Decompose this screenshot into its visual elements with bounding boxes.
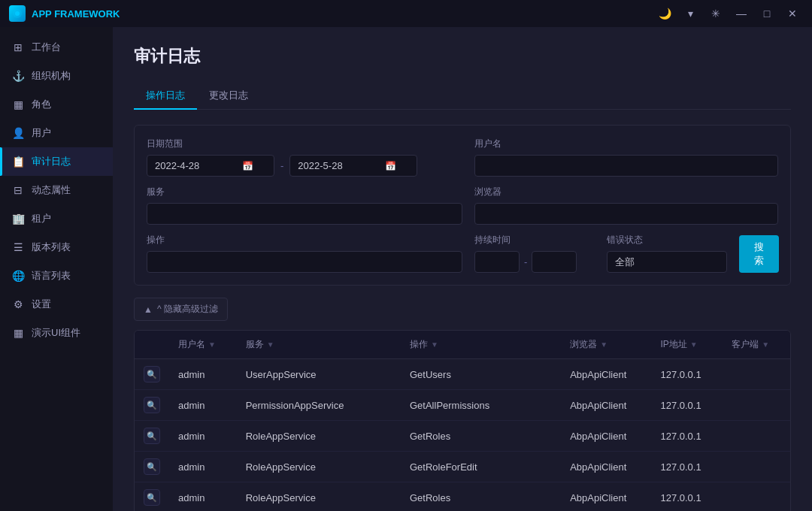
org-icon: ⚓: [12, 70, 24, 82]
row-ip: 127.0.0.1: [651, 359, 723, 390]
row-browser: AbpApiClient: [561, 390, 651, 421]
service-filter-icon[interactable]: ▼: [267, 340, 274, 349]
browser-filter-icon[interactable]: ▼: [600, 340, 607, 349]
filter-area: 日期范围 📅 - 📅 用户名: [134, 125, 791, 286]
advanced-toggle-label: ^ 隐藏高级过滤: [157, 303, 218, 316]
maximize-icon[interactable]: □: [756, 3, 777, 24]
row-ip: 127.0.0.1: [651, 421, 723, 452]
error-status-group: 错误状态 全部 成功 失败: [607, 234, 727, 273]
main-layout: ⊞ 工作台 ⚓ 组织机构 ▦ 角色 👤 用户 📋 审计日志 ⊟ 动态属性 🏢 租…: [0, 27, 812, 511]
advanced-toggle-icon: ▲: [144, 304, 153, 315]
sidebar-item-settings[interactable]: ⚙ 设置: [0, 290, 113, 319]
username-input[interactable]: [474, 155, 778, 177]
versions-icon: ☰: [12, 241, 24, 253]
sidebar-item-label: 版本列表: [32, 240, 71, 254]
row-client: [723, 421, 790, 452]
service-input[interactable]: [147, 203, 462, 225]
error-status-label: 错误状态: [607, 234, 727, 246]
sidebar-item-roles[interactable]: ▦ 角色: [0, 90, 113, 119]
row-search-cell: 🔍: [135, 482, 169, 512]
sidebar: ⊞ 工作台 ⚓ 组织机构 ▦ 角色 👤 用户 📋 审计日志 ⊟ 动态属性 🏢 租…: [0, 27, 113, 511]
row-username: admin: [169, 452, 237, 482]
theme-icon[interactable]: 🌙: [654, 3, 675, 24]
duration-to-input[interactable]: [532, 251, 577, 273]
calendar-end-icon: 📅: [385, 161, 396, 171]
settings-sidebar-icon: ⚙: [12, 298, 24, 310]
sidebar-item-tenant[interactable]: 🏢 租户: [0, 204, 113, 233]
duration-label: 持续时间: [474, 234, 595, 246]
close-icon[interactable]: ✕: [782, 3, 803, 24]
titlebar: APP FRAMEWORK 🌙 ▾ ✳ — □ ✕: [0, 0, 812, 27]
row-search-cell: 🔍: [135, 359, 169, 390]
th-client-label: 客户端: [732, 338, 759, 351]
date-end-input[interactable]: 📅: [289, 155, 417, 177]
dynamic-icon: ⊟: [12, 184, 24, 196]
app-logo: [9, 5, 26, 22]
th-service: 服务 ▼: [237, 331, 401, 359]
sidebar-item-workbench[interactable]: ⊞ 工作台: [0, 33, 113, 62]
expand-icon[interactable]: ▾: [680, 3, 701, 24]
row-username: admin: [169, 482, 237, 512]
action-input[interactable]: [147, 251, 462, 273]
sidebar-item-org[interactable]: ⚓ 组织机构: [0, 62, 113, 90]
date-end-field[interactable]: [298, 160, 380, 171]
tabs: 操作日志 更改日志: [134, 83, 791, 110]
date-separator: -: [280, 160, 283, 171]
sidebar-item-languages[interactable]: 🌐 语言列表: [0, 262, 113, 290]
row-service: RoleAppService: [237, 421, 401, 452]
ip-filter-icon[interactable]: ▼: [690, 340, 698, 349]
th-ip-label: IP地址: [660, 338, 686, 351]
client-filter-icon[interactable]: ▼: [762, 340, 769, 349]
row-action: GetRoleForEdit: [401, 452, 561, 482]
row-ip: 127.0.0.1: [651, 452, 723, 482]
table-row: 🔍 admin RoleAppService GetRoleForEdit Ab…: [135, 452, 790, 482]
sidebar-item-ui-demo[interactable]: ▦ 演示UI组件: [0, 319, 113, 347]
service-group: 服务: [147, 186, 462, 225]
row-client: [723, 452, 790, 482]
tab-operation[interactable]: 操作日志: [134, 83, 197, 110]
service-label: 服务: [147, 186, 462, 198]
duration-from-input[interactable]: [474, 251, 520, 273]
row-client: [723, 482, 790, 512]
username-label: 用户名: [474, 138, 778, 150]
row-search-icon[interactable]: 🔍: [144, 366, 160, 382]
row-search-cell: 🔍: [135, 421, 169, 452]
row-search-icon[interactable]: 🔍: [144, 458, 160, 475]
th-client: 客户端 ▼: [723, 331, 790, 359]
row-action: GetUsers: [401, 359, 561, 390]
row-search-icon[interactable]: 🔍: [144, 428, 160, 444]
page-title: 审计日志: [134, 45, 791, 68]
calendar-start-icon: 📅: [242, 161, 253, 171]
sidebar-item-label: 设置: [32, 298, 51, 311]
error-status-select[interactable]: 全部 成功 失败: [607, 251, 727, 273]
sidebar-item-audit[interactable]: 📋 审计日志: [0, 147, 113, 176]
date-start-field[interactable]: [155, 160, 238, 171]
advanced-filter-toggle[interactable]: ▲ ^ 隐藏高级过滤: [134, 298, 228, 321]
th-service-label: 服务: [246, 338, 264, 351]
tab-change[interactable]: 更改日志: [197, 83, 260, 110]
row-search-icon[interactable]: 🔍: [144, 489, 160, 506]
date-start-input[interactable]: 📅: [147, 155, 274, 177]
th-username-label: 用户名: [178, 338, 205, 351]
sidebar-item-users[interactable]: 👤 用户: [0, 119, 113, 147]
row-search-cell: 🔍: [135, 390, 169, 421]
search-button[interactable]: 搜索: [739, 235, 779, 273]
sidebar-item-label: 动态属性: [32, 183, 71, 197]
audit-icon: 📋: [12, 156, 24, 168]
table-row: 🔍 admin PermissionAppService GetAllPermi…: [135, 390, 790, 421]
browser-input[interactable]: [474, 203, 778, 225]
minimize-icon[interactable]: —: [731, 3, 752, 24]
filter-row-2: 服务 浏览器: [147, 186, 778, 225]
sidebar-item-dynamic[interactable]: ⊟ 动态属性: [0, 176, 113, 204]
ui-demo-icon: ▦: [12, 327, 24, 339]
username-filter-icon[interactable]: ▼: [208, 340, 216, 349]
settings-icon[interactable]: ✳: [705, 3, 726, 24]
row-search-icon[interactable]: 🔍: [144, 397, 160, 413]
row-browser: AbpApiClient: [561, 421, 651, 452]
sidebar-item-label: 演示UI组件: [32, 326, 80, 340]
sidebar-item-versions[interactable]: ☰ 版本列表: [0, 233, 113, 262]
sidebar-item-label: 租户: [32, 212, 51, 225]
svg-point-1: [15, 11, 20, 16]
action-filter-icon[interactable]: ▼: [431, 340, 438, 349]
username-group: 用户名: [474, 138, 778, 177]
